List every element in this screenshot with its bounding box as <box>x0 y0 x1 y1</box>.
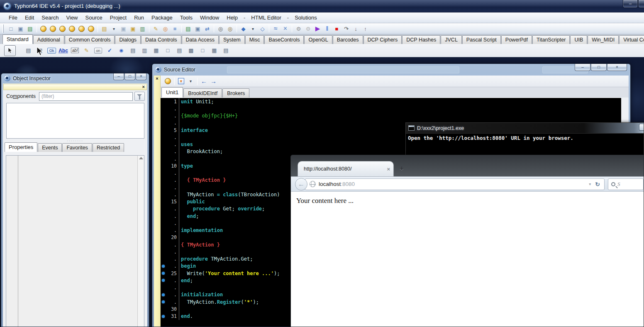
maximize-button[interactable]: □ <box>638 0 644 8</box>
pause-icon[interactable]: ‖ <box>323 24 332 33</box>
palette-tcombobox-icon[interactable]: ▥ <box>139 46 150 56</box>
jump-to-icon[interactable]: ▼ <box>177 77 185 85</box>
palette-tab-common-controls[interactable]: Common Controls <box>65 35 115 44</box>
find-icon[interactable]: ◎ <box>161 24 170 33</box>
open-package-arrow-icon[interactable]: ▾ <box>249 24 257 33</box>
palette-tab-standard[interactable]: Standard <box>2 34 33 44</box>
palette-tpanel-icon[interactable]: □ <box>198 46 208 56</box>
palette-tab-win-midi[interactable]: Win_MIDI <box>588 35 619 44</box>
project-options-icon[interactable] <box>87 24 95 33</box>
palette-tab-opengl[interactable]: OpenGL <box>304 35 332 44</box>
new-tab-button[interactable]: + <box>400 164 404 173</box>
stop-icon[interactable]: ■ <box>332 24 341 33</box>
menu-view[interactable]: View <box>63 15 82 21</box>
editor-tab-unit1[interactable]: Unit1 <box>161 87 183 98</box>
view-units-icon[interactable]: ▤ <box>184 24 193 33</box>
open-project-icon[interactable] <box>39 24 48 33</box>
palette-ttogglebox-icon[interactable]: on <box>93 46 103 56</box>
menu-solutions[interactable]: Solutions <box>291 15 320 21</box>
palette-tradiobutton-icon[interactable]: ◉ <box>116 46 127 56</box>
palette-tedit-icon[interactable]: abI <box>70 46 80 56</box>
palette-tab-additional[interactable]: Additional <box>33 35 64 44</box>
jump-forward-icon[interactable]: → <box>209 77 218 85</box>
menu-package[interactable]: Package <box>148 15 176 21</box>
ide-titlebar[interactable]: Typhon64 IDE v5.4 - project1 (debugging … <box>0 0 644 12</box>
run-icon[interactable]: ▶ <box>313 24 322 33</box>
palette-tmemo-icon[interactable]: ✎ <box>81 46 92 56</box>
save-icon[interactable]: ▣ <box>119 24 128 33</box>
oi-minimize-button[interactable]: – <box>113 73 124 80</box>
palette-tcheckgroup-icon[interactable]: ▩ <box>186 46 196 56</box>
menu-help[interactable]: Help <box>223 15 242 21</box>
se-dock-close-icon[interactable]: × <box>154 76 160 81</box>
back-button[interactable]: ← <box>295 178 307 190</box>
save-project-icon[interactable] <box>58 24 67 33</box>
oi-tab-events[interactable]: Events <box>38 143 62 152</box>
new-form-icon[interactable]: ▣ <box>16 24 25 33</box>
oi-tab-restricted[interactable]: Restricted <box>93 143 124 152</box>
open-file-icon[interactable]: ▤ <box>100 24 109 33</box>
palette-tscrollbar-icon[interactable]: ▦ <box>151 46 161 56</box>
se-minimize-button[interactable]: – <box>575 64 590 71</box>
se-maximize-button[interactable]: □ <box>591 64 607 71</box>
palette-tab-dcp-ciphers[interactable]: DCP Ciphers <box>363 35 402 44</box>
components-tree-list[interactable] <box>6 103 144 139</box>
object-inspector-titlebar[interactable]: Object Inspector – □ × <box>1 73 149 83</box>
jump-to-arrow-icon[interactable]: ▾ <box>186 77 195 85</box>
url-dropdown-icon[interactable]: ▾ <box>586 182 593 186</box>
find-replace-icon[interactable]: ◎ <box>226 24 234 33</box>
palette-tab-system[interactable]: System <box>219 35 245 44</box>
jump-back-icon[interactable]: ← <box>200 77 208 85</box>
editor-tab-brokers[interactable]: Brokers <box>222 88 249 98</box>
project-settings-icon[interactable]: ⚙ <box>304 24 312 33</box>
palette-tab-pascal-script[interactable]: Pascal Script <box>462 35 501 44</box>
view-forms-icon[interactable]: ▣ <box>193 24 202 33</box>
open-file-arrow-icon[interactable]: ▾ <box>110 24 118 33</box>
call-hierarchy-icon[interactable]: ≡ <box>171 24 179 33</box>
palette-tab-basecontrols[interactable]: BaseControls <box>264 35 304 44</box>
complete-code-icon[interactable] <box>163 77 172 85</box>
project-inspector-icon[interactable] <box>77 24 86 33</box>
palette-tab-virtual-controls[interactable]: Virtual Controls <box>619 35 644 44</box>
new-unit-icon[interactable]: □ <box>7 24 15 33</box>
palette-tpopupmenu-icon[interactable]: ▤ <box>35 46 45 56</box>
edit-form-icon[interactable]: ✎ <box>151 24 160 33</box>
address-bar[interactable]: localhost :8080 ▾ ↻ <box>305 178 605 190</box>
menu-file[interactable]: File <box>5 15 21 21</box>
package-graph-icon[interactable]: ◇ <box>258 24 267 33</box>
minimize-button[interactable]: – <box>623 0 638 8</box>
menu-source[interactable]: Source <box>82 15 106 21</box>
palette-tframe-icon[interactable]: ▦ <box>209 46 220 56</box>
oi-tab-properties[interactable]: Properties <box>5 142 37 152</box>
palette-tab-data-controls[interactable]: Data Controls <box>141 35 181 44</box>
se-close-button[interactable]: × <box>607 64 627 71</box>
configure-tools-icon[interactable]: × <box>281 24 290 33</box>
palette-tab-titanscripter[interactable]: TitanScripter <box>532 35 570 44</box>
palette-tbutton-icon[interactable]: Ok <box>46 46 57 56</box>
step-out-icon[interactable]: ↑ <box>361 24 370 33</box>
water-icon[interactable]: ≈ <box>271 24 280 33</box>
menu-run[interactable]: Run <box>130 15 148 21</box>
palette-tmainmenu-icon[interactable]: ▤ <box>23 46 34 56</box>
oi-splitter[interactable]: ········ <box>3 139 147 142</box>
menu-project[interactable]: Project <box>106 15 130 21</box>
oi-maximize-button[interactable]: □ <box>124 73 135 80</box>
palette-tab-uib[interactable]: UIB <box>570 35 587 44</box>
palette-tlabel-icon[interactable]: Abc <box>58 46 68 56</box>
menu-search[interactable]: Search <box>38 15 62 21</box>
palette-tradiogroup-icon[interactable]: ▤ <box>174 46 185 56</box>
save-project-as-icon[interactable] <box>68 24 76 33</box>
palette-tgroupbox-icon[interactable]: □ <box>163 46 173 56</box>
step-over-icon[interactable]: ↷ <box>342 24 351 33</box>
palette-tab-barcodes[interactable]: Barcodes <box>333 35 363 44</box>
toolbar-grip[interactable] <box>2 24 4 33</box>
menu-tools[interactable]: Tools <box>176 15 196 21</box>
source-editor-titlebar[interactable]: Source Editor – □ × <box>152 64 630 76</box>
save-all-icon[interactable]: ▣ <box>129 24 137 33</box>
select-tool-button[interactable] <box>4 45 16 56</box>
console-minimize-button[interactable] <box>639 124 644 131</box>
copy-icon[interactable]: ▥ <box>138 24 147 33</box>
palette-tcheckbox-icon[interactable]: ✓ <box>105 46 115 56</box>
find-in-files-icon[interactable]: ◎ <box>216 24 225 33</box>
tab-close-icon[interactable]: × <box>384 166 390 172</box>
